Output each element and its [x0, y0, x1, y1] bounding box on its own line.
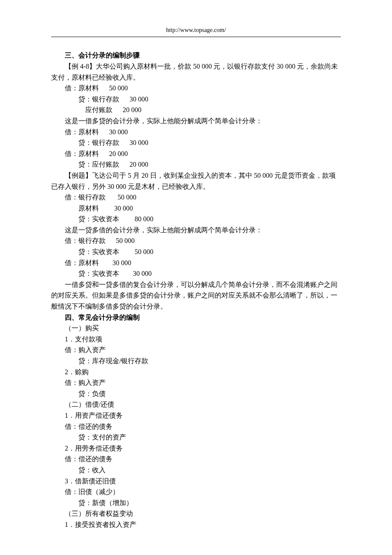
sub-buy: （一）购买	[51, 323, 341, 334]
item-repay-asset-debit: 借：偿还的债务	[51, 421, 341, 432]
sub-debt: （二）借债/还债	[51, 399, 341, 410]
item-pay: 1．支付款项	[51, 334, 341, 345]
item-new-old-debt: 3．借新债还旧债	[51, 476, 341, 487]
entry-debit-raw-material-3: 借：原材料 20 000	[51, 148, 341, 159]
header-url: http://www.topsage.com/	[51, 26, 341, 35]
entry-credit-payable-1: 应付账款 20 000	[51, 104, 341, 116]
sub-equity: （三）所有者权益变动	[51, 508, 341, 519]
entry-debit-bank-1: 借：银行存款 50 000	[51, 192, 341, 203]
item-new-old-debt-debit: 借：旧债（减少）	[51, 486, 341, 497]
note-decompose-2: 这是一贷多借的会计分录，实际上他能分解成两个简单会计分录：	[51, 225, 341, 236]
item-new-old-debt-credit: 贷：新债（增加）	[51, 497, 341, 509]
item-pay-credit: 贷：库存现金/银行存款	[51, 356, 341, 367]
item-repay-service-credit: 贷：收入	[51, 465, 341, 476]
item-pay-debit: 借：购入资产	[51, 344, 341, 356]
example-4-8: 【例 4-8】大华公司购入原材料一批，价款 50 000 元，以银行存款支付 3…	[51, 61, 341, 83]
item-credit-purchase-debit: 借：购入资产	[51, 377, 341, 388]
item-repay-service-debit: 借：偿还的债务	[51, 454, 341, 465]
entry-credit-capital-3: 贷：实收资本 30 000	[51, 268, 341, 279]
item-accept-investment: 1．接受投资者投入资产	[51, 519, 341, 530]
entry-debit-bank-2: 借：银行存款 50 000	[51, 235, 341, 246]
section-3-title: 三、会计分录的编制步骤	[51, 50, 341, 61]
note-decompose-1: 这是一借多贷的会计分录，实际上他能分解成两个简单会计分录：	[51, 116, 341, 127]
item-credit-purchase: 2．赊购	[51, 367, 341, 378]
item-repay-asset: 1．用资产偿还债务	[51, 410, 341, 421]
item-repay-asset-credit: 贷：支付的资产	[51, 432, 341, 443]
entry-credit-payable-2: 贷：应付账款 20 000	[51, 159, 341, 170]
entry-credit-capital-2: 贷：实收资本 50 000	[51, 246, 341, 257]
entry-credit-capital-1: 贷：实收资本 80 000	[51, 214, 341, 225]
entry-debit-raw-material-4: 原材料 30 000	[51, 203, 341, 214]
entry-debit-raw-material-2: 借：原材料 30 000	[51, 127, 341, 138]
entry-credit-bank-1: 贷：银行存款 30 000	[51, 94, 341, 105]
item-repay-service: 2．用劳务偿还债务	[51, 443, 341, 454]
section-3-summary: 一借多贷和一贷多借的复合会计分录，可以分解成几个简单会计分录，而不会混淆账户之间…	[51, 279, 341, 312]
entry-debit-raw-material-1: 借：原材料 50 000	[51, 83, 341, 94]
header-divider	[51, 37, 341, 37]
section-4-title: 四、常见会计分录的编制	[51, 312, 341, 323]
example-feida: 【例题】飞达公司于 5 月 20 日，收到某企业投入的资本，其中 50 000 …	[51, 170, 341, 192]
entry-credit-bank-2: 贷：银行存款 30 000	[51, 137, 341, 148]
item-credit-purchase-credit: 贷：负债	[51, 388, 341, 399]
entry-debit-raw-material-5: 借：原材料 30 000	[51, 257, 341, 269]
